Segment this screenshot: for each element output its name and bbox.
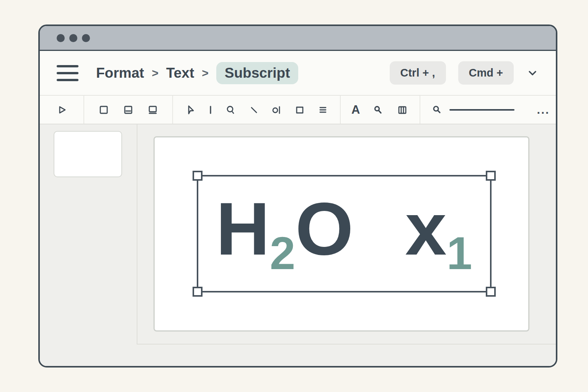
window-control-dot[interactable]: [82, 34, 90, 42]
rectangle-tool-icon[interactable]: [293, 103, 306, 116]
slide-thumbnail[interactable]: [54, 131, 122, 177]
selection-handle-bottom-right[interactable]: [486, 287, 496, 297]
selection-handle-top-left[interactable]: [193, 171, 203, 181]
toolbar: A ...: [40, 95, 556, 124]
breadcrumb-separator: >: [152, 67, 158, 80]
ellipse-tool-icon[interactable]: [224, 103, 237, 116]
breadcrumb-item-format[interactable]: Format: [96, 65, 144, 81]
formula-subscript-2: 2: [270, 227, 296, 279]
line-tool-icon[interactable]: [247, 103, 260, 116]
search-icon[interactable]: [371, 103, 384, 116]
formula-text: H 2 O x 1: [198, 176, 490, 271]
breadcrumb-separator: >: [202, 67, 209, 80]
zoom-icon[interactable]: [430, 103, 443, 116]
toolbar-group-slides: [84, 96, 172, 124]
text-format-icon[interactable]: A: [351, 104, 360, 116]
select-cursor-icon[interactable]: [184, 103, 197, 116]
slide-footer-icon[interactable]: [146, 103, 159, 116]
more-icon[interactable]: ...: [537, 108, 550, 112]
selection-handle-bottom-left[interactable]: [193, 287, 203, 297]
formula-letter-x: x: [405, 186, 446, 271]
columns-icon[interactable]: [396, 103, 409, 116]
shape-tool-icon[interactable]: [270, 103, 283, 116]
slide-panel: [40, 124, 137, 366]
zoom-slider[interactable]: [449, 109, 514, 111]
menu-bar: Format > Text > Subscript Ctrl + , Cmd +: [40, 51, 556, 95]
breadcrumb: Format > Text > Subscript: [96, 62, 298, 84]
app-window: Format > Text > Subscript Ctrl + , Cmd +: [38, 24, 557, 368]
formula-letter-O: O: [296, 186, 354, 271]
toolbar-group-more: ...: [524, 96, 557, 124]
shortcut-ctrl-badge: Ctrl + ,: [390, 61, 446, 85]
breadcrumb-item-subscript[interactable]: Subscript: [216, 62, 299, 84]
toolbar-group-zoom: [420, 96, 524, 124]
shortcut-hints: Ctrl + , Cmd +: [390, 61, 539, 85]
formula-subscript-1: 1: [447, 227, 472, 279]
toolbar-group-present: [40, 96, 83, 124]
slide-frame-icon[interactable]: [97, 103, 110, 116]
toolbar-group-tools: [173, 96, 340, 124]
workspace: H 2 O x 1: [40, 124, 556, 366]
hamburger-menu-icon[interactable]: [57, 65, 78, 81]
canvas-area: H 2 O x 1: [137, 124, 556, 366]
textbox-selection[interactable]: H 2 O x 1: [197, 175, 492, 292]
window-control-dot[interactable]: [57, 34, 65, 42]
toolbar-group-text: A: [341, 96, 420, 124]
chevron-down-icon[interactable]: [526, 67, 539, 80]
selection-handle-top-right[interactable]: [486, 171, 496, 181]
slide-canvas[interactable]: H 2 O x 1: [154, 136, 529, 332]
breadcrumb-item-text[interactable]: Text: [166, 65, 194, 81]
align-text-icon[interactable]: [316, 103, 329, 116]
shortcut-cmd-badge: Cmd +: [458, 61, 514, 85]
text-cursor-icon[interactable]: [207, 103, 214, 116]
slide-layout-icon[interactable]: [122, 103, 135, 116]
window-titlebar: [40, 26, 556, 51]
present-play-icon[interactable]: [55, 103, 68, 116]
window-control-dot[interactable]: [69, 34, 77, 42]
formula-letter-H: H: [216, 186, 270, 271]
